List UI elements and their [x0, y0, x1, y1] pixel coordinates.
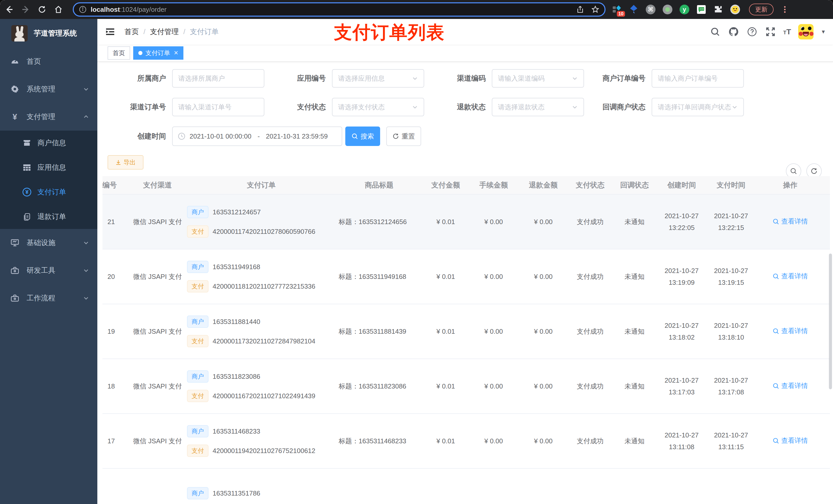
pay-status-cell: 支付成功	[568, 327, 612, 336]
channel-code-select[interactable]: 请输入渠道编码	[492, 69, 584, 88]
notify-status-cell: 未通知	[612, 437, 657, 446]
browser-update-button[interactable]: 更新	[749, 4, 774, 15]
chevron-down-icon	[732, 104, 738, 110]
extension-kite-icon[interactable]	[628, 4, 639, 15]
browser-menu-icon[interactable]	[781, 6, 788, 13]
channel-order-no-input[interactable]: 请输入渠道订单号	[172, 98, 264, 116]
view-detail-link[interactable]: 查看详情	[772, 436, 808, 445]
breadcrumb-home[interactable]: 首页	[124, 27, 139, 37]
browser-back-icon[interactable]	[2, 2, 16, 17]
extension-emoji-icon[interactable]	[730, 4, 740, 15]
site-info-icon[interactable]	[79, 6, 87, 13]
chevron-down-icon	[83, 240, 89, 246]
shop-icon	[23, 139, 31, 147]
user-avatar[interactable]	[798, 24, 813, 40]
view-detail-link[interactable]: 查看详情	[772, 381, 808, 390]
notify-status-select[interactable]: 请选择订单回调商户状态	[652, 98, 744, 116]
merchant-input[interactable]: 请选择所属商户	[172, 69, 264, 88]
sidebar-item-system[interactable]: 系统管理	[0, 75, 97, 103]
pay-status-select[interactable]: 请选择支付状态	[332, 98, 424, 116]
extension-dot-icon[interactable]	[662, 4, 673, 15]
sidebar-item-app-info[interactable]: 应用信息	[0, 155, 97, 180]
extension-y-icon[interactable]: y	[679, 4, 690, 15]
table-row[interactable]: 21 微信 JSAPI 支付 商户 1635312124657 支付 42000…	[102, 195, 830, 249]
tab-close-icon[interactable]: ✕	[174, 50, 178, 56]
github-icon[interactable]	[728, 26, 739, 38]
reset-button[interactable]: 重置	[386, 126, 421, 146]
browser-home-icon[interactable]	[51, 2, 66, 17]
sidebar-item-dev-tools[interactable]: 研发工具	[0, 257, 97, 284]
export-button[interactable]: 导出	[108, 155, 143, 170]
dashboard-icon	[10, 57, 20, 66]
extensions-puzzle-icon[interactable]	[713, 4, 723, 15]
app-select[interactable]: 请选择应用信息	[332, 69, 424, 88]
notify-status-cell: 未通知	[612, 272, 657, 281]
sidebar-item-refund-order[interactable]: 退款订单	[0, 205, 97, 229]
fee-amount-cell: ¥ 0.00	[469, 218, 519, 226]
toolbox-icon	[10, 293, 20, 303]
extension-chat-icon[interactable]	[696, 4, 707, 15]
notify-status-cell: 未通知	[612, 382, 657, 391]
breadcrumb-current: 支付订单	[190, 27, 219, 37]
sidebar-item-merchant-info[interactable]: 商户信息	[0, 130, 97, 155]
goods-title-cell: 标题：1635311949168	[336, 272, 423, 281]
refund-status-select[interactable]: 请选择退款状态	[492, 98, 584, 116]
sidebar-item-home[interactable]: 首页	[0, 48, 97, 75]
sidebar-item-workflow[interactable]: 工作流程	[0, 284, 97, 312]
pay-tag: 支付	[187, 335, 209, 347]
share-icon[interactable]	[576, 6, 584, 13]
pay-amount-cell: ¥ 0.01	[423, 328, 469, 335]
address-bar[interactable]: localhost:1024/pay/order	[73, 2, 605, 17]
view-detail-link[interactable]: 查看详情	[772, 272, 808, 281]
merchant-tag: 商户	[187, 261, 209, 273]
pay-tag: 支付	[187, 445, 209, 457]
scrollbar-thumb[interactable]	[829, 254, 832, 389]
table-row[interactable]: 18 微信 JSAPI 支付 商户 1635311823086 支付 42000…	[102, 359, 830, 414]
tab-home[interactable]: 首页	[108, 46, 130, 60]
date-end[interactable]: 2021-10-31 23:59:59	[266, 133, 328, 140]
active-tab-dot	[138, 51, 142, 55]
search-icon[interactable]	[710, 26, 721, 38]
pay-time-cell: 2021-10-2713:22:15	[707, 210, 756, 234]
filter-refund-status: 退款状态 请选择退款状态	[427, 98, 584, 116]
channel-order-no: 4200001194202110276752100612	[213, 447, 315, 455]
sidebar-fold-icon[interactable]	[105, 27, 115, 37]
browser-extensions: 10 ⌘ y 更新	[612, 4, 792, 15]
tab-pay-order[interactable]: 支付订单 ✕	[133, 46, 184, 60]
sidebar-item-pay-order[interactable]: ¥ 支付订单	[0, 180, 97, 205]
bookmark-star-icon[interactable]	[591, 5, 599, 14]
date-start[interactable]: 2021-10-01 00:00:00	[190, 133, 251, 140]
pay-amount-cell: ¥ 0.01	[423, 273, 469, 281]
view-detail-link[interactable]: 查看详情	[772, 327, 808, 335]
extension-tiles-icon[interactable]: 10	[612, 4, 622, 15]
filter-channel-order-no: 渠道订单号 请输入渠道订单号	[108, 98, 264, 116]
avatar-caret-icon[interactable]: ▼	[821, 29, 826, 35]
fullscreen-icon[interactable]	[765, 26, 776, 38]
pay-tag: 支付	[187, 390, 209, 402]
merchant-order-no-input[interactable]: 请输入商户订单编号	[652, 69, 744, 88]
pay-channel-cell: 微信 JSAPI 支付	[128, 382, 187, 391]
clock-icon	[178, 133, 186, 140]
table-body: 21 微信 JSAPI 支付 商户 1635312124657 支付 42000…	[102, 195, 830, 469]
browser-reload-icon[interactable]	[35, 2, 49, 17]
table-row-partial: 商户 1635311351786	[102, 469, 830, 504]
table-row[interactable]: 20 微信 JSAPI 支付 商户 1635311949168 支付 42000…	[102, 249, 830, 304]
table-row[interactable]: 19 微信 JSAPI 支付 商户 1635311881440 支付 42000…	[102, 304, 830, 359]
fee-amount-cell: ¥ 0.00	[469, 273, 519, 281]
table-row[interactable]: 17 微信 JSAPI 支付 商户 1635311468233 支付 42000…	[102, 414, 830, 469]
grid-icon	[23, 163, 31, 172]
breadcrumb-pay[interactable]: 支付管理	[150, 27, 179, 37]
search-button[interactable]: 搜索	[345, 126, 380, 146]
app-logo[interactable]: 芋道管理系统	[0, 19, 97, 48]
help-icon[interactable]	[746, 26, 758, 38]
view-detail-link[interactable]: 查看详情	[772, 217, 808, 226]
refund-amount-cell: ¥ 0.00	[519, 382, 568, 390]
sidebar-item-pay[interactable]: ¥ 支付管理	[0, 103, 97, 130]
refund-amount-cell: ¥ 0.00	[519, 437, 568, 445]
fee-amount-cell: ¥ 0.00	[469, 437, 519, 445]
sidebar-item-infra[interactable]: 基础设施	[0, 229, 97, 257]
date-range-picker[interactable]: 2021-10-01 00:00:00 - 2021-10-31 23:59:5…	[172, 126, 342, 146]
browser-forward-icon[interactable]	[19, 2, 33, 17]
extension-command-icon[interactable]: ⌘	[645, 4, 656, 15]
font-size-icon[interactable]: TT	[783, 27, 791, 36]
